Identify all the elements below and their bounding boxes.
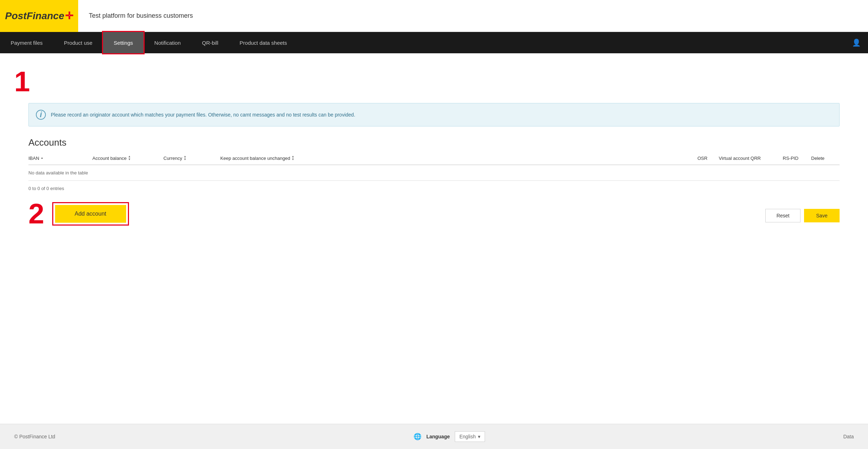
th-balance-label: Account balance bbox=[92, 156, 126, 161]
language-selector[interactable]: English ▾ bbox=[455, 431, 485, 442]
accounts-title: Accounts bbox=[28, 137, 840, 148]
th-osr-label: OSR bbox=[697, 156, 707, 161]
language-value: English bbox=[459, 434, 476, 439]
th-virtual-label: Virtual account QRR bbox=[719, 156, 761, 161]
nav-settings-wrapper: Settings bbox=[103, 32, 144, 53]
add-account-wrapper: Add account bbox=[55, 205, 126, 223]
accounts-table: IBAN ▲ Account balance ▲▼ Currency ▲▼ Ke… bbox=[28, 155, 840, 196]
nav-item-settings[interactable]: Settings bbox=[103, 32, 144, 53]
currency-sort-icon: ▲▼ bbox=[184, 155, 187, 161]
info-box: i Please record an originator account wh… bbox=[28, 103, 840, 126]
logo-cross: ✛ bbox=[65, 10, 73, 22]
th-keep-label: Keep account balance unchanged bbox=[220, 156, 290, 161]
th-account-balance[interactable]: Account balance ▲▼ bbox=[92, 155, 163, 161]
globe-icon: 🌐 bbox=[414, 433, 421, 440]
th-iban[interactable]: IBAN ▲ bbox=[28, 156, 92, 161]
keep-sort-icon: ▲▼ bbox=[292, 155, 295, 161]
step2-number: 2 bbox=[28, 200, 44, 228]
add-account-button[interactable]: Add account bbox=[55, 205, 126, 223]
footer-copyright: © PostFinance Ltd bbox=[14, 434, 55, 439]
step1-number: 1 bbox=[14, 67, 868, 96]
language-label: Language bbox=[426, 434, 450, 439]
header-subtitle: Test platform for business customers bbox=[78, 12, 204, 20]
nav-item-product-data-sheets[interactable]: Product data sheets bbox=[229, 32, 297, 53]
th-rspid-label: RS-PID bbox=[783, 156, 798, 161]
nav-item-notification[interactable]: Notification bbox=[144, 32, 191, 53]
th-keep-balance[interactable]: Keep account balance unchanged ▲▼ bbox=[220, 155, 697, 161]
logo-text: PostFinance bbox=[5, 10, 64, 22]
profile-icon[interactable]: 👤 bbox=[845, 38, 868, 47]
no-data-text: No data available in the table bbox=[28, 170, 88, 175]
iban-sort-icon: ▲ bbox=[41, 157, 43, 159]
main-nav: Payment files Product use Settings Notif… bbox=[0, 32, 868, 53]
info-icon: i bbox=[36, 110, 46, 120]
nav-item-payment-files[interactable]: Payment files bbox=[0, 32, 53, 53]
entries-count: 0 to 0 of 0 entries bbox=[28, 181, 840, 196]
footer-language-section: 🌐 Language English ▾ bbox=[414, 431, 485, 442]
footer-data-link[interactable]: Data bbox=[843, 434, 854, 439]
balance-sort-icon: ▲▼ bbox=[128, 155, 131, 161]
th-delete: Delete bbox=[811, 156, 840, 161]
footer: © PostFinance Ltd 🌐 Language English ▾ D… bbox=[0, 424, 868, 449]
accounts-section: Accounts IBAN ▲ Account balance ▲▼ Curre… bbox=[28, 137, 840, 228]
info-text: Please record an originator account whic… bbox=[51, 112, 355, 118]
save-button[interactable]: Save bbox=[804, 209, 840, 222]
th-osr: OSR bbox=[697, 156, 719, 161]
header: PostFinance ✛ Test platform for business… bbox=[0, 0, 868, 32]
logo[interactable]: PostFinance ✛ bbox=[0, 0, 78, 32]
th-iban-label: IBAN bbox=[28, 156, 39, 161]
main-content: 1 i Please record an originator account … bbox=[0, 53, 868, 424]
th-delete-label: Delete bbox=[811, 156, 825, 161]
th-currency-label: Currency bbox=[163, 156, 182, 161]
th-virtual-account: Virtual account QRR bbox=[719, 156, 783, 161]
th-currency[interactable]: Currency ▲▼ bbox=[163, 155, 220, 161]
nav-item-qr-bill[interactable]: QR-bill bbox=[192, 32, 229, 53]
nav-item-product-use[interactable]: Product use bbox=[53, 32, 103, 53]
no-data-row: No data available in the table bbox=[28, 165, 840, 181]
chevron-down-icon: ▾ bbox=[478, 434, 480, 439]
table-header: IBAN ▲ Account balance ▲▼ Currency ▲▼ Ke… bbox=[28, 155, 840, 165]
reset-button[interactable]: Reset bbox=[765, 209, 800, 222]
th-rs-pid: RS-PID bbox=[783, 156, 811, 161]
